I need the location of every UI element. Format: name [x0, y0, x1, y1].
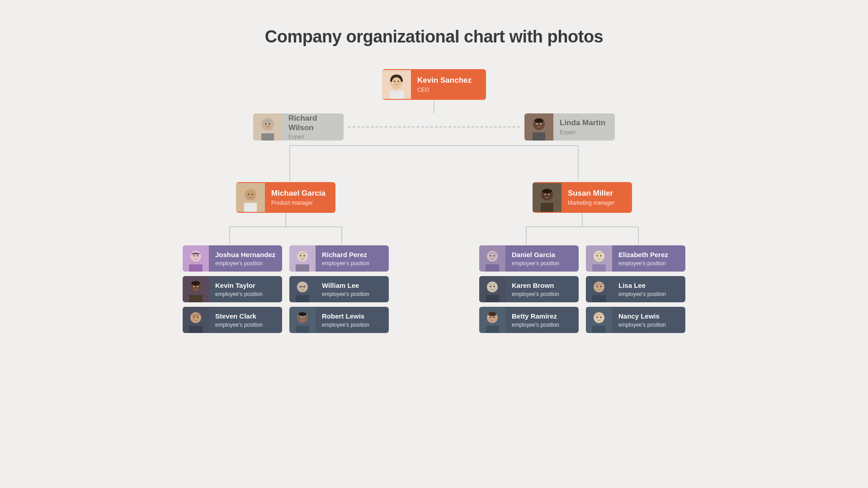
manager-1-avatar — [533, 183, 561, 212]
emp-3-1-info: Lisa Lee employee's position — [612, 278, 685, 301]
svg-point-82 — [597, 255, 598, 257]
team-0: Joshua Hernandez employee's position — [183, 245, 282, 333]
svg-rect-56 — [305, 317, 306, 319]
emp-card-0-1[interactable]: Kevin Taylor employee's position — [183, 276, 282, 302]
ceo-level: Kevin Sanchez CEO — [382, 69, 486, 113]
svg-point-4 — [394, 81, 396, 82]
manager-left-branch-box — [229, 226, 342, 244]
org-chart: Kevin Sanchez CEO — [0, 69, 868, 333]
manager-card-0[interactable]: Michael Garcia Product manager — [236, 182, 335, 213]
svg-rect-29 — [189, 295, 203, 302]
svg-point-67 — [494, 255, 495, 257]
svg-point-15 — [540, 123, 542, 125]
emp-1-2-avatar — [289, 307, 316, 333]
emp-0-0-avatar — [183, 245, 209, 272]
svg-point-30 — [193, 286, 195, 287]
svg-point-71 — [490, 286, 491, 287]
svg-rect-59 — [541, 203, 553, 212]
emp-card-3-2[interactable]: Nancy Lewis employee's position — [586, 307, 685, 333]
svg-point-60 — [545, 194, 546, 195]
svg-point-54 — [298, 312, 307, 316]
emp-card-1-0[interactable]: Richard Perez employee's position — [289, 245, 389, 272]
svg-point-42 — [304, 255, 305, 257]
svg-point-25 — [193, 255, 195, 257]
svg-rect-48 — [299, 286, 306, 287]
svg-rect-35 — [189, 326, 203, 333]
emp-1-2-pos: employee's position — [322, 322, 382, 328]
emp-2-0-info: Daniel Garcia employee's position — [505, 247, 579, 270]
emp-3-1-avatar — [586, 276, 612, 302]
advisor-card-1[interactable]: Linda Martin Expert — [524, 113, 615, 141]
svg-point-9 — [265, 123, 267, 125]
svg-point-61 — [548, 194, 550, 195]
advisor-row: Richard Wilson Expert — [253, 113, 615, 141]
team-col-2: Daniel Garcia employee's position — [479, 244, 579, 333]
svg-point-5 — [398, 81, 399, 82]
svg-rect-13 — [533, 132, 545, 141]
emp-card-2-1[interactable]: Karen Brown employee's position — [479, 276, 579, 302]
page: Company organizational chart with photos — [0, 0, 868, 488]
manager-right-teams: Daniel Garcia employee's position — [479, 244, 685, 333]
svg-rect-51 — [296, 326, 309, 333]
svg-rect-19 — [244, 203, 257, 212]
svg-point-76 — [490, 317, 491, 318]
team-col-1: Richard Perez employee's position — [289, 244, 389, 333]
svg-rect-2 — [389, 91, 404, 99]
emp-card-1-1[interactable]: William Lee employee's position — [289, 276, 389, 302]
manager-0-info: Michael Garcia Product manager — [265, 185, 335, 209]
emp-1-2-name: Robert Lewis — [322, 312, 382, 320]
advisor-card-0[interactable]: Richard Wilson Expert — [253, 113, 344, 141]
emp-2-2-info: Betty Ramirez employee's position — [505, 309, 579, 332]
ceo-position: CEO — [417, 87, 480, 93]
emp-card-0-0[interactable]: Joshua Hernandez employee's position — [183, 245, 282, 272]
ceo-card[interactable]: Kevin Sanchez CEO — [382, 69, 486, 100]
emp-1-1-info: William Lee employee's position — [316, 278, 389, 301]
emp-1-2-info: Robert Lewis employee's position — [316, 309, 389, 332]
manager-left-bottom-v — [285, 213, 286, 226]
team-col-0: Joshua Hernandez employee's position — [183, 244, 282, 333]
manager-card-1[interactable]: Susan Miller Marketing manager — [533, 182, 632, 213]
svg-rect-75 — [486, 326, 499, 333]
emp-card-3-1[interactable]: Lisa Lee employee's position — [586, 276, 685, 302]
svg-rect-91 — [592, 326, 606, 333]
ceo-info: Kevin Sanchez CEO — [411, 72, 486, 96]
emp-card-3-0[interactable]: Elizabeth Perez employee's position — [586, 245, 685, 272]
emp-1-0-name: Richard Perez — [322, 251, 382, 259]
emp-0-0-pos: employee's position — [215, 260, 276, 267]
emp-0-1-pos: employee's position — [215, 291, 276, 297]
emp-1-1-name: William Lee — [322, 282, 382, 290]
manager-right-branch: Susan Miller Marketing manager — [479, 181, 685, 333]
emp-card-0-2[interactable]: Steven Clark employee's position — [183, 307, 282, 333]
emp-0-2-pos: employee's position — [215, 322, 276, 328]
emp-card-2-0[interactable]: Daniel Garcia employee's position — [479, 245, 579, 272]
manager-left-branch: Michael Garcia Product manager — [183, 181, 389, 333]
svg-point-14 — [537, 123, 538, 125]
ceo-connector-v — [434, 100, 434, 113]
svg-point-41 — [300, 255, 302, 257]
emp-3-0-info: Elizabeth Perez employee's position — [612, 247, 685, 270]
svg-point-21 — [252, 194, 253, 195]
emp-2-0-pos: employee's position — [512, 260, 572, 267]
svg-point-36 — [193, 317, 195, 318]
emp-3-0-name: Elizabeth Perez — [618, 251, 679, 259]
manager-0-avatar — [236, 183, 265, 212]
emp-1-0-info: Richard Perez employee's position — [316, 247, 389, 270]
emp-0-2-avatar — [183, 307, 209, 333]
emp-2-2-avatar — [479, 307, 505, 333]
emp-2-1-name: Karen Brown — [512, 282, 572, 290]
svg-rect-45 — [296, 295, 309, 302]
emp-card-2-2[interactable]: Betty Ramirez employee's position — [479, 307, 579, 333]
manager-left-teams: Joshua Hernandez employee's position — [183, 244, 389, 333]
svg-rect-55 — [299, 317, 300, 319]
manager-1-position: Marketing manager — [568, 200, 626, 206]
managers-row: Michael Garcia Product manager — [183, 181, 685, 333]
emp-0-1-avatar — [183, 276, 209, 302]
emp-1-1-pos: employee's position — [322, 291, 382, 297]
svg-rect-40 — [296, 264, 309, 272]
emp-1-1-avatar — [289, 276, 316, 302]
emp-card-1-2[interactable]: Robert Lewis employee's position — [289, 307, 389, 333]
emp-2-2-pos: employee's position — [512, 322, 572, 328]
svg-point-34 — [190, 312, 201, 323]
emp-0-0-name: Joshua Hernandez — [215, 251, 276, 259]
svg-point-26 — [197, 255, 198, 257]
